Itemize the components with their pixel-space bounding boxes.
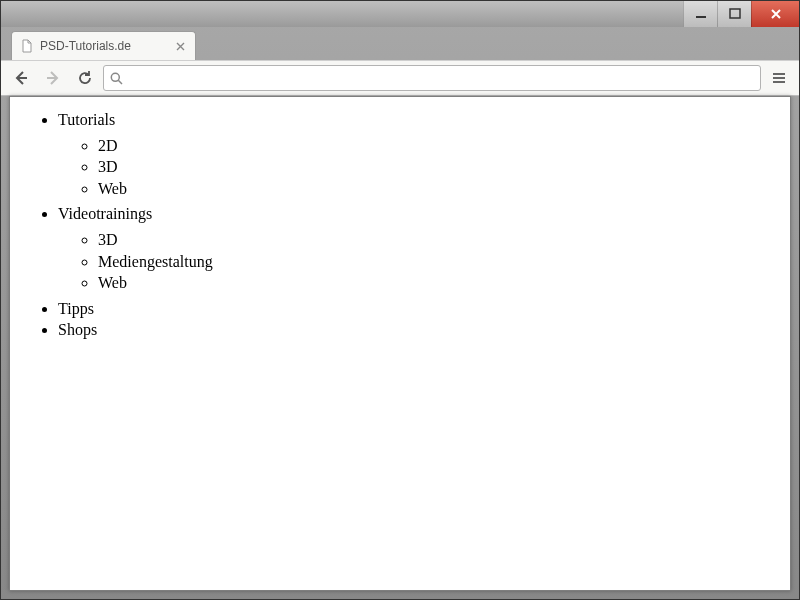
nav-label: Tipps: [58, 300, 94, 317]
list-item: 3D: [98, 156, 782, 178]
tab-title: PSD-Tutorials.de: [40, 39, 167, 53]
svg-line-5: [118, 80, 122, 84]
address-input[interactable]: [129, 67, 754, 89]
nav-sublist: 2D 3D Web: [58, 135, 782, 200]
file-icon: [20, 39, 34, 53]
svg-point-4: [111, 73, 119, 81]
maximize-button[interactable]: [717, 1, 751, 27]
reload-button[interactable]: [71, 64, 99, 92]
nav-label: 2D: [98, 137, 118, 154]
list-item: Mediengestaltung: [98, 251, 782, 273]
page-content: Tutorials 2D 3D Web Videotrainings 3D Me…: [10, 97, 790, 353]
viewport: Tutorials 2D 3D Web Videotrainings 3D Me…: [9, 96, 791, 591]
svg-rect-1: [730, 9, 740, 18]
browser-window: PSD-Tutorials.de: [0, 0, 800, 600]
list-item: Web: [98, 178, 782, 200]
reload-icon: [77, 70, 93, 86]
x-icon: [176, 42, 185, 51]
svg-rect-0: [696, 16, 706, 18]
svg-rect-7: [773, 77, 785, 79]
close-icon: [770, 8, 782, 20]
nav-label: Web: [98, 180, 127, 197]
nav-label: Mediengestaltung: [98, 253, 213, 270]
close-button[interactable]: [751, 1, 799, 27]
nav-label: Videotrainings: [58, 205, 152, 222]
svg-rect-8: [773, 81, 785, 83]
list-item: Videotrainings 3D Mediengestaltung Web: [58, 203, 782, 293]
back-button[interactable]: [7, 64, 35, 92]
list-item: Web: [98, 272, 782, 294]
list-item: 2D: [98, 135, 782, 157]
forward-button[interactable]: [39, 64, 67, 92]
list-item: Shops: [58, 319, 782, 341]
menu-button[interactable]: [765, 64, 793, 92]
tab-close-button[interactable]: [173, 39, 187, 53]
hamburger-icon: [771, 70, 787, 86]
titlebar: [1, 1, 799, 27]
browser-tab[interactable]: PSD-Tutorials.de: [11, 31, 196, 60]
search-icon: [110, 72, 123, 85]
arrow-left-icon: [12, 69, 30, 87]
nav-sublist: 3D Mediengestaltung Web: [58, 229, 782, 294]
nav-label: Web: [98, 274, 127, 291]
list-item: Tipps: [58, 298, 782, 320]
maximize-icon: [729, 8, 741, 20]
minimize-button[interactable]: [683, 1, 717, 27]
minimize-icon: [695, 8, 707, 20]
nav-label: Tutorials: [58, 111, 115, 128]
nav-label: 3D: [98, 231, 118, 248]
nav-list: Tutorials 2D 3D Web Videotrainings 3D Me…: [18, 109, 782, 341]
nav-label: Shops: [58, 321, 97, 338]
address-bar[interactable]: [103, 65, 761, 91]
list-item: Tutorials 2D 3D Web: [58, 109, 782, 199]
toolbar: [1, 60, 799, 96]
nav-label: 3D: [98, 158, 118, 175]
tab-strip: PSD-Tutorials.de: [1, 27, 799, 60]
svg-rect-6: [773, 73, 785, 75]
arrow-right-icon: [44, 69, 62, 87]
list-item: 3D: [98, 229, 782, 251]
